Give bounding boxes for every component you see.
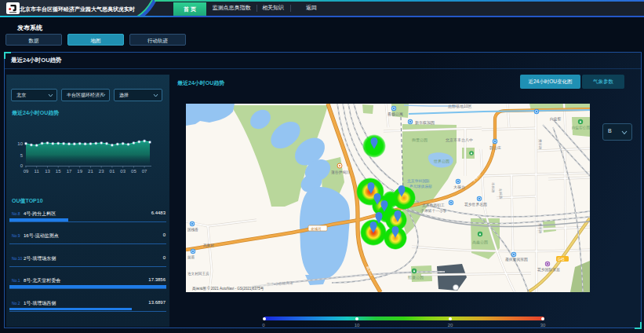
svg-text:高鑫公园: 高鑫公园 (472, 240, 488, 245)
svg-text:高德地图 © 2021 AutoNavi - GS(2021: 高德地图 © 2021 AutoNavi - GS(2021)6375号 (192, 286, 264, 291)
svg-text:樊羊路: 樊羊路 (538, 223, 542, 234)
svg-text:17: 17 (67, 169, 72, 174)
svg-text:05: 05 (131, 169, 136, 174)
svg-text:北京市丰台八中: 北京市丰台八中 (446, 137, 473, 143)
svg-text:G45: G45 (558, 258, 565, 262)
svg-text:乒乓球俱乐部: 乒乓球俱乐部 (409, 184, 432, 189)
svg-text:金城河: 金城河 (311, 227, 322, 231)
svg-text:15: 15 (56, 169, 61, 174)
svg-text:丰科路: 丰科路 (491, 182, 495, 193)
svg-text:01: 01 (110, 169, 115, 174)
svg-text:北京华科国际: 北京华科国际 (407, 178, 430, 184)
svg-text:世界公园: 世界公园 (433, 159, 449, 164)
svg-text:苗甫: 苗甫 (187, 255, 195, 259)
svg-text:21: 21 (88, 169, 93, 174)
svg-text:09: 09 (24, 169, 29, 174)
svg-text:0: 0 (20, 163, 24, 168)
svg-text:23: 23 (99, 169, 104, 174)
svg-text:熙康公园: 熙康公园 (408, 275, 424, 280)
svg-text:郭公庄: 郭公庄 (489, 145, 501, 151)
svg-text:新华双加园: 新华双加园 (415, 120, 435, 126)
svg-text:11: 11 (35, 169, 40, 174)
svg-text:樊羊路: 樊羊路 (538, 139, 542, 150)
svg-text:5: 5 (20, 153, 24, 158)
svg-text:白盆窑: 白盆窑 (550, 116, 562, 121)
svg-text:10: 10 (17, 141, 23, 146)
svg-text:花乡国际家居: 花乡国际家居 (537, 267, 560, 273)
svg-text:子弟第十一小学: 子弟第十一小学 (420, 208, 447, 214)
svg-text:大葆台: 大葆台 (453, 185, 465, 189)
svg-text:03: 03 (120, 169, 126, 174)
svg-text:总部基地10区: 总部基地10区 (448, 104, 472, 109)
svg-text:御景公园: 御景公园 (412, 137, 428, 143)
svg-text:13: 13 (45, 169, 50, 174)
svg-text:07: 07 (142, 169, 147, 174)
svg-text:19: 19 (77, 169, 82, 174)
svg-text:看杨公寓: 看杨公寓 (387, 112, 403, 117)
svg-text:北京铁路职工: 北京铁路职工 (422, 203, 445, 208)
svg-text:花乡世界名园: 花乡世界名园 (464, 202, 487, 207)
svg-text:晟保康闵家园: 晟保康闵家园 (505, 257, 528, 262)
svg-text:国槐香: 国槐香 (187, 227, 198, 232)
